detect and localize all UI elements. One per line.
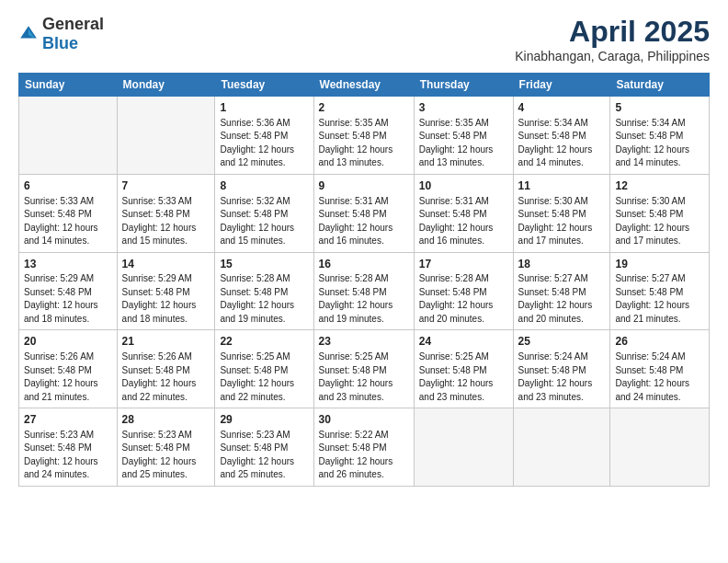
day-info: Sunrise: 5:36 AMSunset: 5:48 PMDaylight:… bbox=[220, 117, 308, 170]
calendar-week-row: 6Sunrise: 5:33 AMSunset: 5:48 PMDaylight… bbox=[19, 174, 710, 252]
location: Kinabhangan, Caraga, Philippines bbox=[515, 49, 710, 63]
table-row: 2Sunrise: 5:35 AMSunset: 5:48 PMDaylight… bbox=[313, 97, 414, 175]
day-number: 29 bbox=[220, 412, 308, 428]
day-number: 30 bbox=[319, 412, 409, 428]
table-row: 10Sunrise: 5:31 AMSunset: 5:48 PMDayligh… bbox=[414, 174, 513, 252]
day-info: Sunrise: 5:27 AMSunset: 5:48 PMDaylight:… bbox=[518, 272, 606, 326]
day-number: 19 bbox=[615, 257, 704, 272]
day-info: Sunrise: 5:34 AMSunset: 5:48 PMDaylight:… bbox=[615, 117, 704, 170]
day-info: Sunrise: 5:25 AMSunset: 5:48 PMDaylight:… bbox=[319, 350, 409, 404]
day-info: Sunrise: 5:22 AMSunset: 5:48 PMDaylight:… bbox=[319, 429, 409, 482]
day-info: Sunrise: 5:23 AMSunset: 5:48 PMDaylight:… bbox=[220, 429, 308, 482]
table-row: 23Sunrise: 5:25 AMSunset: 5:48 PMDayligh… bbox=[313, 330, 414, 408]
col-thursday: Thursday bbox=[414, 74, 513, 97]
day-number: 9 bbox=[319, 178, 409, 194]
table-row: 20Sunrise: 5:26 AMSunset: 5:48 PMDayligh… bbox=[19, 330, 118, 408]
page: General Blue April 2025 Kinabhangan, Car… bbox=[0, 0, 728, 563]
table-row: 17Sunrise: 5:28 AMSunset: 5:48 PMDayligh… bbox=[414, 252, 513, 330]
day-number: 11 bbox=[518, 178, 606, 194]
day-number: 16 bbox=[319, 257, 409, 272]
title-block: April 2025 Kinabhangan, Caraga, Philippi… bbox=[515, 15, 710, 63]
day-info: Sunrise: 5:29 AMSunset: 5:48 PMDaylight:… bbox=[122, 272, 210, 326]
table-row: 4Sunrise: 5:34 AMSunset: 5:48 PMDaylight… bbox=[513, 97, 610, 175]
table-row: 6Sunrise: 5:33 AMSunset: 5:48 PMDaylight… bbox=[19, 174, 118, 252]
day-info: Sunrise: 5:35 AMSunset: 5:48 PMDaylight:… bbox=[319, 117, 409, 170]
day-number: 12 bbox=[615, 178, 704, 194]
table-row: 25Sunrise: 5:24 AMSunset: 5:48 PMDayligh… bbox=[513, 330, 610, 408]
day-number: 7 bbox=[122, 178, 210, 194]
table-row: 18Sunrise: 5:27 AMSunset: 5:48 PMDayligh… bbox=[513, 252, 610, 330]
day-number: 13 bbox=[24, 257, 112, 272]
day-number: 21 bbox=[122, 334, 210, 350]
day-info: Sunrise: 5:31 AMSunset: 5:48 PMDaylight:… bbox=[319, 195, 409, 248]
day-number: 28 bbox=[122, 412, 210, 428]
table-row: 29Sunrise: 5:23 AMSunset: 5:48 PMDayligh… bbox=[215, 408, 313, 487]
day-info: Sunrise: 5:31 AMSunset: 5:48 PMDaylight:… bbox=[419, 195, 508, 248]
day-info: Sunrise: 5:24 AMSunset: 5:48 PMDaylight:… bbox=[518, 350, 606, 404]
table-row: 13Sunrise: 5:29 AMSunset: 5:48 PMDayligh… bbox=[19, 252, 118, 330]
day-number: 5 bbox=[615, 100, 704, 116]
table-row: 9Sunrise: 5:31 AMSunset: 5:48 PMDaylight… bbox=[313, 174, 414, 252]
table-row: 1Sunrise: 5:36 AMSunset: 5:48 PMDaylight… bbox=[215, 97, 313, 175]
day-info: Sunrise: 5:32 AMSunset: 5:48 PMDaylight:… bbox=[220, 195, 308, 248]
day-info: Sunrise: 5:23 AMSunset: 5:48 PMDaylight:… bbox=[122, 429, 210, 482]
day-number: 18 bbox=[518, 257, 606, 272]
day-number: 24 bbox=[419, 334, 508, 350]
day-info: Sunrise: 5:29 AMSunset: 5:48 PMDaylight:… bbox=[24, 272, 112, 326]
table-row: 22Sunrise: 5:25 AMSunset: 5:48 PMDayligh… bbox=[215, 330, 313, 408]
day-info: Sunrise: 5:27 AMSunset: 5:48 PMDaylight:… bbox=[615, 272, 704, 326]
day-info: Sunrise: 5:33 AMSunset: 5:48 PMDaylight:… bbox=[122, 195, 210, 248]
table-row: 15Sunrise: 5:28 AMSunset: 5:48 PMDayligh… bbox=[215, 252, 313, 330]
table-row: 5Sunrise: 5:34 AMSunset: 5:48 PMDaylight… bbox=[610, 97, 710, 175]
calendar-week-row: 1Sunrise: 5:36 AMSunset: 5:48 PMDaylight… bbox=[19, 97, 710, 175]
table-row: 12Sunrise: 5:30 AMSunset: 5:48 PMDayligh… bbox=[610, 174, 710, 252]
day-number: 26 bbox=[615, 334, 704, 350]
day-info: Sunrise: 5:26 AMSunset: 5:48 PMDaylight:… bbox=[24, 350, 112, 404]
table-row: 21Sunrise: 5:26 AMSunset: 5:48 PMDayligh… bbox=[117, 330, 215, 408]
table-row: 24Sunrise: 5:25 AMSunset: 5:48 PMDayligh… bbox=[414, 330, 513, 408]
calendar-week-row: 20Sunrise: 5:26 AMSunset: 5:48 PMDayligh… bbox=[19, 330, 710, 408]
table-row bbox=[19, 97, 118, 175]
day-number: 10 bbox=[419, 178, 508, 194]
day-number: 23 bbox=[319, 334, 409, 350]
day-info: Sunrise: 5:25 AMSunset: 5:48 PMDaylight:… bbox=[419, 350, 508, 404]
day-number: 17 bbox=[419, 257, 508, 272]
table-row: 26Sunrise: 5:24 AMSunset: 5:48 PMDayligh… bbox=[610, 330, 710, 408]
table-row bbox=[513, 408, 610, 487]
col-friday: Friday bbox=[513, 74, 610, 97]
table-row: 16Sunrise: 5:28 AMSunset: 5:48 PMDayligh… bbox=[313, 252, 414, 330]
day-info: Sunrise: 5:30 AMSunset: 5:48 PMDaylight:… bbox=[615, 195, 704, 248]
logo-general: General bbox=[42, 15, 104, 33]
day-number: 8 bbox=[220, 178, 308, 194]
day-number: 15 bbox=[220, 257, 308, 272]
day-info: Sunrise: 5:24 AMSunset: 5:48 PMDaylight:… bbox=[615, 350, 704, 404]
logo-blue: Blue bbox=[42, 34, 78, 52]
day-number: 20 bbox=[24, 334, 112, 350]
generalblue-logo-icon bbox=[18, 24, 39, 44]
month-title: April 2025 bbox=[515, 15, 710, 49]
calendar-table: Sunday Monday Tuesday Wednesday Thursday… bbox=[18, 73, 710, 487]
day-number: 6 bbox=[24, 178, 112, 194]
day-number: 4 bbox=[518, 100, 606, 116]
day-info: Sunrise: 5:26 AMSunset: 5:48 PMDaylight:… bbox=[122, 350, 210, 404]
table-row: 14Sunrise: 5:29 AMSunset: 5:48 PMDayligh… bbox=[117, 252, 215, 330]
calendar-week-row: 27Sunrise: 5:23 AMSunset: 5:48 PMDayligh… bbox=[19, 408, 710, 487]
calendar-header-row: Sunday Monday Tuesday Wednesday Thursday… bbox=[19, 74, 710, 97]
day-info: Sunrise: 5:23 AMSunset: 5:48 PMDaylight:… bbox=[24, 429, 112, 482]
day-number: 14 bbox=[122, 257, 210, 272]
day-info: Sunrise: 5:35 AMSunset: 5:48 PMDaylight:… bbox=[419, 117, 508, 170]
logo-text: General Blue bbox=[42, 15, 104, 53]
col-sunday: Sunday bbox=[19, 74, 118, 97]
day-info: Sunrise: 5:28 AMSunset: 5:48 PMDaylight:… bbox=[319, 272, 409, 326]
table-row: 30Sunrise: 5:22 AMSunset: 5:48 PMDayligh… bbox=[313, 408, 414, 487]
day-number: 22 bbox=[220, 334, 308, 350]
header: General Blue April 2025 Kinabhangan, Car… bbox=[18, 15, 710, 63]
day-info: Sunrise: 5:34 AMSunset: 5:48 PMDaylight:… bbox=[518, 117, 606, 170]
day-number: 2 bbox=[319, 100, 409, 116]
day-number: 1 bbox=[220, 100, 308, 116]
col-tuesday: Tuesday bbox=[215, 74, 313, 97]
day-info: Sunrise: 5:30 AMSunset: 5:48 PMDaylight:… bbox=[518, 195, 606, 248]
day-info: Sunrise: 5:25 AMSunset: 5:48 PMDaylight:… bbox=[220, 350, 308, 404]
day-info: Sunrise: 5:28 AMSunset: 5:48 PMDaylight:… bbox=[220, 272, 308, 326]
day-info: Sunrise: 5:28 AMSunset: 5:48 PMDaylight:… bbox=[419, 272, 508, 326]
